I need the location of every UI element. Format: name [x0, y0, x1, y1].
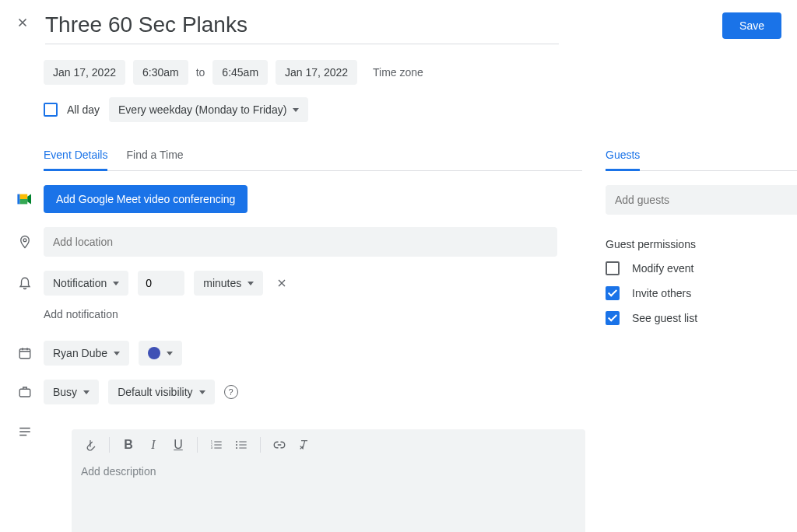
notification-unit-dropdown[interactable]: minutes: [194, 271, 263, 296]
tab-find-a-time[interactable]: Find a Time: [126, 149, 183, 170]
tab-guests[interactable]: Guests: [606, 149, 640, 171]
link-icon[interactable]: [269, 434, 290, 456]
close-icon[interactable]: [16, 12, 36, 30]
guest-permissions-heading: Guest permissions: [606, 238, 797, 250]
notification-icon: [16, 275, 34, 291]
toolbar-separator: [260, 437, 261, 453]
see-guest-list-label: See guest list: [632, 312, 697, 324]
calendar-icon: [16, 346, 34, 360]
save-button[interactable]: Save: [722, 12, 781, 39]
recurrence-value: Every weekday (Monday to Friday): [118, 103, 286, 116]
toolbar-separator: [197, 437, 198, 453]
chevron-down-icon: [199, 390, 205, 394]
svg-rect-2: [20, 194, 28, 199]
briefcase-icon: [16, 385, 34, 399]
svg-point-11: [236, 444, 237, 446]
calendar-owner-dropdown[interactable]: Ryan Dube: [44, 341, 129, 366]
clear-formatting-icon[interactable]: [293, 434, 315, 456]
invite-others-checkbox[interactable]: [606, 286, 620, 300]
remove-notification-button[interactable]: [272, 277, 291, 289]
end-time-chip[interactable]: 6:45am: [212, 60, 268, 85]
modify-event-checkbox[interactable]: [606, 261, 620, 275]
allday-checkbox[interactable]: [44, 103, 58, 117]
svg-point-4: [23, 239, 26, 242]
location-icon: [16, 233, 34, 250]
notification-type-dropdown[interactable]: Notification: [44, 271, 128, 296]
chevron-down-icon: [113, 282, 119, 285]
location-input[interactable]: [44, 227, 557, 257]
chevron-down-icon: [114, 352, 120, 355]
attach-icon[interactable]: [79, 434, 101, 456]
see-guest-list-checkbox[interactable]: [606, 311, 620, 325]
start-time-chip[interactable]: 6:30am: [133, 60, 188, 85]
help-icon[interactable]: ?: [224, 385, 238, 399]
description-icon: [16, 418, 34, 437]
calendar-owner-value: Ryan Dube: [53, 347, 107, 359]
italic-icon[interactable]: I: [142, 434, 164, 456]
svg-point-12: [236, 447, 237, 449]
visibility-value: Default visibility: [118, 386, 192, 398]
availability-dropdown[interactable]: Busy: [44, 380, 99, 404]
availability-value: Busy: [53, 386, 77, 398]
bold-icon[interactable]: B: [118, 434, 139, 456]
bullet-list-icon[interactable]: [230, 434, 252, 456]
svg-rect-3: [20, 199, 28, 204]
color-swatch-icon: [148, 347, 160, 359]
chevron-down-icon: [293, 108, 299, 112]
to-label: to: [196, 66, 205, 79]
numbered-list-icon[interactable]: 123: [205, 434, 227, 456]
tab-event-details[interactable]: Event Details: [44, 149, 107, 171]
recurrence-dropdown[interactable]: Every weekday (Monday to Friday): [109, 97, 308, 122]
add-guests-input[interactable]: [606, 185, 797, 215]
chevron-down-icon: [248, 282, 254, 285]
svg-rect-5: [19, 349, 30, 359]
timezone-link[interactable]: Time zone: [373, 66, 423, 79]
invite-others-label: Invite others: [632, 287, 691, 299]
svg-rect-6: [19, 389, 30, 397]
add-meet-button[interactable]: Add Google Meet video conferencing: [44, 185, 248, 213]
underline-icon[interactable]: U: [167, 434, 189, 456]
toolbar-separator: [109, 437, 110, 453]
allday-label: All day: [67, 103, 100, 116]
event-title-input[interactable]: [45, 12, 559, 44]
modify-event-label: Modify event: [632, 262, 693, 275]
add-notification-link[interactable]: Add notification: [44, 308, 585, 320]
notification-unit-value: minutes: [203, 277, 241, 289]
svg-text:3: 3: [211, 446, 213, 450]
notification-value-input[interactable]: [138, 271, 184, 296]
description-textarea[interactable]: Add description: [72, 460, 585, 532]
notification-type-value: Notification: [53, 277, 107, 289]
event-color-dropdown[interactable]: [139, 341, 182, 366]
svg-rect-1: [17, 194, 19, 205]
svg-point-10: [236, 441, 237, 443]
chevron-down-icon: [167, 352, 173, 355]
end-date-chip[interactable]: Jan 17, 2022: [276, 60, 357, 85]
start-date-chip[interactable]: Jan 17, 2022: [44, 60, 125, 85]
chevron-down-icon: [83, 390, 90, 394]
visibility-dropdown[interactable]: Default visibility: [108, 380, 214, 404]
meet-logo-icon: [16, 193, 34, 205]
